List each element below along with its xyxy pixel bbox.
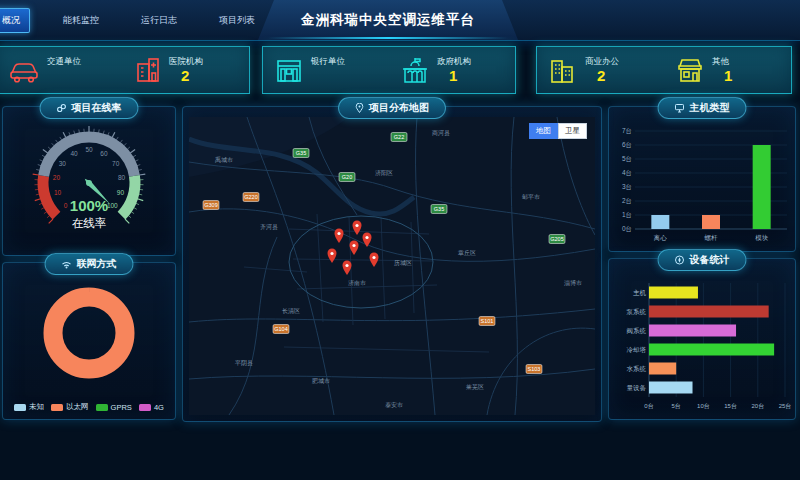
y-axis-label: 主机 (633, 289, 647, 296)
nav-tab[interactable]: 项目列表 (210, 9, 264, 32)
bar[interactable] (651, 215, 669, 229)
gauge-label: 在线率 (72, 217, 107, 229)
svg-text:70: 70 (112, 160, 120, 167)
stat-item[interactable]: 银行单位 (263, 56, 389, 84)
office-icon (549, 57, 577, 84)
panel-network-header: 联网方式 (45, 253, 134, 275)
svg-text:20: 20 (53, 174, 61, 181)
bar[interactable] (702, 215, 720, 229)
stat-item[interactable]: 政府机构1 (389, 56, 515, 84)
host-type-bar-chart: 0台1台2台3台4台5台6台7台离心螺杆模块 (609, 121, 795, 247)
panel-title: 主机类型 (690, 101, 730, 115)
legend-swatch (139, 404, 151, 411)
map-box[interactable]: 地图卫星 禹城市商 (189, 117, 595, 415)
svg-text:0: 0 (64, 202, 68, 209)
nav-tab[interactable]: 能耗监控 (54, 9, 108, 32)
road-badge-label: G35 (434, 206, 444, 212)
stat-item[interactable]: 其他1 (664, 56, 791, 84)
stat-item[interactable]: 医院机构2 (123, 56, 249, 84)
road-badge-label: S103 (528, 366, 541, 372)
panel-online-rate: 项目在线率 0102030405060708090100100%在线率 (2, 106, 176, 256)
panel-host-header: 主机类型 (658, 97, 747, 119)
page-title: 金洲科瑞中央空调运维平台 (301, 11, 475, 29)
map-place-label: 济阳区 (375, 169, 393, 177)
y-axis-label: 3台 (622, 183, 632, 191)
panel-map-header: 项目分布地图 (338, 97, 446, 119)
road-badge-label: G309 (204, 202, 217, 208)
map-place-label: 商河县 (432, 129, 450, 136)
map-control-button[interactable]: 卫星 (558, 123, 587, 139)
legend-item[interactable]: GPRS (96, 402, 132, 412)
x-axis-label: 螺杆 (705, 234, 719, 241)
stat-value: 1 (712, 68, 732, 84)
car-icon (9, 57, 39, 83)
svg-text:100: 100 (107, 202, 118, 209)
map-place-label: 泰安市 (385, 401, 403, 409)
stat-card: 交通单位医院机构2 (0, 46, 250, 94)
stats-row: 交通单位医院机构2银行单位政府机构1商业办公2其他1 (0, 46, 800, 94)
map-place-label: 莱芜区 (466, 383, 484, 391)
panel-device-header: 设备统计 (658, 249, 747, 271)
nav-tab[interactable]: 运行日志 (132, 9, 186, 32)
legend-item[interactable]: 4G (139, 402, 164, 412)
link-icon (57, 103, 67, 113)
map-place-label: 平阴县 (235, 359, 253, 367)
legend-item[interactable]: 以太网 (51, 402, 89, 412)
panel-network-mode: 联网方式 未知以太网GPRS4G (2, 262, 176, 420)
x-axis-label: 15台 (724, 403, 737, 410)
bar[interactable] (649, 344, 774, 356)
legend-item[interactable]: 未知 (14, 402, 44, 412)
map-control-button[interactable]: 地图 (529, 123, 558, 139)
title-glow-line (268, 37, 508, 39)
legend-swatch (14, 404, 26, 411)
title-plate: 金洲科瑞中央空调运维平台 (258, 0, 518, 40)
bar[interactable] (649, 325, 736, 337)
legend-swatch (51, 404, 63, 411)
panel-title: 项目在线率 (72, 101, 122, 115)
x-axis-label: 25台 (779, 403, 792, 410)
stat-label: 交通单位 (47, 56, 81, 68)
x-axis-label: 0台 (644, 403, 653, 410)
x-axis-label: 10台 (697, 403, 710, 410)
y-axis-label: 1台 (622, 211, 632, 219)
panel-device-stats: 设备统计 0台5台10台15台20台25台主机泵系统阀系统冷却塔水系统量设备 (608, 258, 796, 420)
y-axis-label: 6台 (622, 141, 632, 149)
nav-tab[interactable]: 概况 (0, 8, 30, 33)
panel-title: 项目分布地图 (369, 101, 429, 115)
project-map[interactable]: 禹城市商河县济阳区齐河县邹平市淄博市章丘区济南市历城区长清区平阴县肥城市泰安市莱… (189, 117, 595, 415)
map-place-label: 历城区 (394, 259, 412, 267)
map-place-label: 章丘区 (458, 249, 476, 256)
stat-value: 2 (169, 68, 203, 84)
y-axis-label: 4台 (622, 169, 632, 177)
y-axis-label: 7台 (622, 127, 632, 135)
panel-online-rate-header: 项目在线率 (40, 97, 139, 119)
map-controls: 地图卫星 (529, 123, 587, 139)
stat-item[interactable]: 商业办公2 (537, 56, 664, 84)
stat-label: 银行单位 (311, 56, 345, 68)
road-badge-label: S101 (481, 318, 494, 324)
bar[interactable] (649, 382, 693, 394)
x-axis-label: 模块 (755, 234, 769, 241)
road-badge-label: G104 (274, 326, 287, 332)
x-axis-label: 离心 (653, 234, 668, 241)
map-place-label: 济南市 (348, 279, 366, 286)
svg-text:10: 10 (54, 189, 62, 196)
x-axis-label: 20台 (751, 403, 764, 410)
shop-icon (676, 57, 704, 83)
bar[interactable] (649, 306, 769, 318)
stat-item[interactable]: 交通单位 (0, 56, 123, 84)
bar[interactable] (649, 287, 698, 299)
bar[interactable] (649, 363, 676, 375)
map-place-label: 禹城市 (215, 156, 233, 163)
government-icon (401, 57, 429, 84)
map-place-label: 淄博市 (564, 279, 582, 287)
network-donut-chart (4, 281, 174, 389)
svg-text:40: 40 (70, 150, 78, 157)
road-badge-label: G20 (342, 174, 352, 180)
y-axis-label: 5台 (622, 155, 632, 163)
stat-card: 银行单位政府机构1 (262, 46, 516, 94)
wifi-icon (62, 259, 72, 269)
bar[interactable] (753, 145, 771, 229)
y-axis-label: 2台 (622, 197, 632, 205)
y-axis-label: 量设备 (627, 384, 647, 392)
